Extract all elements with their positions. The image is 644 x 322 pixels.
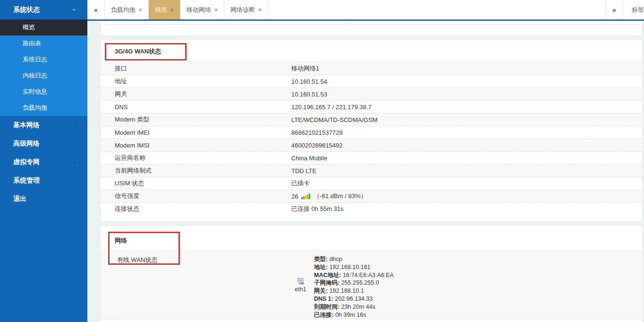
detail-line: 已连接: 0h 39m 16s — [314, 311, 642, 319]
double-chevron-left-icon: « — [94, 6, 98, 14]
detail-label: 已连接: — [314, 312, 334, 318]
chevron-right-icon: › — [74, 140, 76, 148]
tab-overflow[interactable]: 标签 — [623, 0, 644, 19]
signal-bar — [309, 193, 310, 199]
tab[interactable]: 负载均衡× — [105, 0, 149, 19]
network-card: 网络 有线 WAN状态 eth1 类型: dhcp地址: 192.168.10.… — [101, 226, 642, 322]
sidebar-section-label: 虚拟专网 — [13, 158, 40, 166]
chevron-right-icon: › — [74, 158, 76, 166]
sidebar-section-label: 退出 — [13, 195, 26, 203]
tab-close-icon[interactable]: × — [258, 7, 262, 13]
interface-column: eth1 — [287, 278, 314, 319]
tab-label: 网络诊断 — [230, 6, 255, 14]
row-label: 接口 — [115, 64, 291, 73]
sidebar-sections: 基本网络›高级网络›虚拟专网›系统管理›退出 — [0, 116, 87, 208]
row-label: DNS — [115, 104, 291, 111]
tab[interactable]: 概览× — [149, 0, 180, 19]
sidebar-section-label: 高级网络 — [13, 139, 40, 148]
detail-line: MAC地址: 16:74:E6:A3:A6:EA — [314, 271, 642, 279]
sidebar-item-system-status[interactable]: 系统状态 › — [0, 0, 87, 19]
detail-line: DNS 1: 202.96.134.33 — [314, 295, 642, 303]
sidebar-section-item[interactable]: 基本网络› — [0, 116, 87, 134]
sidebar-item[interactable]: 负载均衡 — [0, 100, 87, 116]
tab[interactable]: 网络诊断× — [224, 0, 268, 19]
tab-label: 移动网络 — [186, 6, 211, 14]
signal-bar — [305, 195, 306, 199]
tab-label: 概览 — [155, 6, 167, 14]
tab-overflow-label: 标签 — [632, 6, 644, 14]
signal-bar — [307, 194, 308, 199]
detail-label: 地址: — [314, 264, 328, 270]
sidebar-item[interactable]: 实时信息 — [0, 84, 87, 100]
table-row: 运营商名称China Mobile — [101, 151, 642, 164]
wan3g-section-title: 3G/4G WAN状态 — [101, 40, 642, 61]
table-row: 网关10.160.51.53 — [101, 87, 642, 100]
previous-section-remnant — [101, 21, 642, 35]
detail-label: 网关: — [314, 287, 328, 294]
app-root: 系统状态 › 概览路由表系统日志内核日志实时信息负载均衡 基本网络›高级网络›虚… — [0, 0, 644, 322]
detail-line: 到期时间: 23h 20m 44s — [314, 303, 642, 311]
sidebar-section-label: 系统管理 — [13, 176, 40, 185]
tab-close-icon[interactable]: × — [139, 7, 142, 13]
row-value: 已插卡 — [291, 179, 642, 188]
remnant-column-tick — [348, 21, 349, 25]
tab-bar: « 负载均衡×概览×移动网络×网络诊断× » 标签 — [87, 0, 644, 21]
sidebar-section-item[interactable]: 系统管理› — [0, 171, 87, 190]
tab-label: 负载均衡 — [111, 6, 136, 14]
row-label: 网关 — [115, 90, 291, 98]
detail-label: DNS 1: — [314, 296, 333, 302]
network-section-title: 网络 — [101, 226, 642, 251]
row-value: TDD LTE — [291, 167, 642, 174]
wired-wan-label: 有线 WAN状态 — [101, 251, 287, 319]
tab-close-icon[interactable]: × — [214, 7, 218, 13]
row-value: 868621021537729 — [291, 129, 642, 136]
sidebar-item[interactable]: 概览 — [0, 19, 87, 35]
table-row: 地址10.160.51.54 — [101, 75, 642, 87]
sidebar-header-label: 系统状态 — [13, 6, 40, 14]
row-value: 移动网络1 — [291, 64, 642, 73]
tab[interactable]: 移动网络× — [180, 0, 224, 19]
row-value: 120.196.165.7 / 221.179.38.7 — [291, 104, 642, 111]
table-row: 信号强度26（-61 dBm / 83%） — [101, 190, 642, 202]
chevron-right-icon: › — [74, 177, 76, 184]
row-label: Modem 类型 — [115, 115, 291, 124]
signal-bar — [303, 196, 305, 199]
tabs-scroll-left-button[interactable]: « — [87, 0, 105, 19]
sidebar-section-label: 基本网络 — [13, 121, 40, 130]
row-value: 10.160.51.54 — [291, 78, 642, 85]
row-label: 连接状态 — [115, 205, 291, 213]
interface-details: 类型: dhcp地址: 192.168.10.161MAC地址: 16:74:E… — [314, 251, 642, 319]
sidebar-item[interactable]: 系统日志 — [0, 52, 87, 68]
table-row: DNS120.196.165.7 / 221.179.38.7 — [101, 100, 642, 113]
sidebar-section-item[interactable]: 虚拟专网› — [0, 153, 87, 171]
row-label: 当前网络制式 — [115, 166, 291, 175]
sidebar-item[interactable]: 路由表 — [0, 35, 87, 52]
row-label: 运营商名称 — [115, 154, 291, 162]
table-row: Modem 类型LTE/WCDMA/TD-SCDMA/GSM — [101, 113, 642, 126]
remnant-divider-line — [106, 24, 642, 25]
row-value: 10.160.51.53 — [291, 91, 642, 98]
detail-line: 类型: dhcp — [314, 255, 642, 263]
wired-wan-row: 有线 WAN状态 eth1 类型: dhcp地址: 192.168.10.161… — [101, 251, 642, 319]
table-row: Modem IMSI460020289615492 — [101, 139, 642, 151]
ethernet-interface-icon — [297, 278, 305, 285]
wan3g-status-table: 接口移动网络1地址10.160.51.54网关10.160.51.53DNS12… — [101, 61, 642, 215]
sidebar-section-item[interactable]: 高级网络› — [0, 134, 87, 153]
sidebar-section-item[interactable]: 退出 — [0, 190, 87, 208]
table-row: 当前网络制式TDD LTE — [101, 164, 642, 177]
signal-value: 26 — [291, 193, 298, 200]
row-label: Modem IMEI — [115, 129, 291, 136]
row-value: China Mobile — [291, 155, 642, 162]
tab-close-icon[interactable]: × — [170, 7, 174, 13]
table-row: 连接状态已连接 0h 55m 31s — [101, 202, 642, 215]
sidebar-submenu: 概览路由表系统日志内核日志实时信息负载均衡 — [0, 19, 87, 116]
tabs-scroll-right-button[interactable]: » — [605, 0, 623, 19]
signal-bar — [301, 197, 303, 199]
double-chevron-right-icon: » — [612, 6, 616, 14]
interface-name: eth1 — [295, 286, 306, 293]
row-value: LTE/WCDMA/TD-SCDMA/GSM — [291, 116, 642, 123]
detail-line: 子网掩码: 255.255.255.0 — [314, 279, 642, 287]
table-row: Modem IMEI868621021537729 — [101, 126, 642, 139]
table-row: USIM 状态已插卡 — [101, 177, 642, 190]
sidebar-item[interactable]: 内核日志 — [0, 68, 87, 84]
